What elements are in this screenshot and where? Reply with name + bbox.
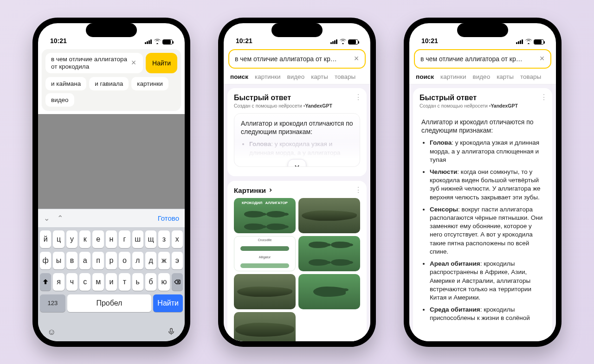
key[interactable]: в [66, 252, 77, 269]
key[interactable]: е [92, 230, 103, 248]
find-button[interactable]: Найти [146, 53, 177, 73]
key[interactable]: с [79, 273, 90, 291]
clear-icon[interactable]: × [352, 54, 361, 64]
image-result[interactable]: Crocodile Alligator [234, 236, 296, 271]
chevron-right-icon [268, 187, 273, 193]
results-content[interactable]: ⋮ Быстрый ответ Создан с помощью нейросе… [224, 84, 370, 341]
tab-video[interactable]: видео [473, 73, 491, 80]
key[interactable]: ю [158, 273, 169, 291]
key[interactable]: к [79, 230, 90, 248]
tab-video[interactable]: видео [287, 73, 305, 80]
tab-images[interactable]: картинки [255, 73, 281, 80]
key[interactable]: ф [40, 252, 51, 269]
tab-maps[interactable]: карты [311, 73, 328, 80]
key[interactable]: ш [132, 230, 143, 248]
answer-bullet: Челюсти: когда они сомкнуты, то у крокод… [430, 168, 544, 202]
key[interactable]: л [132, 252, 143, 269]
image-result[interactable] [298, 198, 360, 233]
keyboard-accessory: ⌄ ⌃ Готово [38, 209, 185, 228]
key[interactable]: я [53, 273, 64, 291]
quick-answer-card: ⋮ Быстрый ответ Создан с помощью нейросе… [413, 88, 552, 341]
key[interactable]: б [145, 273, 156, 291]
keyboard-done-button[interactable]: Готово [158, 214, 179, 222]
tab-search[interactable]: поиск [416, 73, 434, 80]
phone-keyboard-view: 10:21 в чем отличие аллигатора от крокод… [32, 18, 190, 347]
quick-answer-title: Быстрый ответ [420, 94, 546, 102]
tab-goods[interactable]: товары [335, 73, 355, 80]
more-icon[interactable]: ⋮ [355, 93, 362, 102]
key[interactable]: п [92, 252, 103, 269]
search-input[interactable]: в чем отличие аллигатора от кр… × [228, 49, 366, 69]
more-icon[interactable]: ⋮ [355, 185, 362, 194]
key[interactable]: р [106, 252, 117, 269]
more-icon[interactable]: ⋮ [540, 93, 548, 102]
image-result[interactable] [298, 236, 360, 271]
suggestion-chip[interactable]: и гавиала [89, 77, 129, 90]
key[interactable]: й [40, 230, 51, 248]
notch [457, 23, 508, 37]
key[interactable]: х [172, 230, 183, 248]
key-row-2: ф ы в а п р о л д ж э [40, 252, 183, 269]
shift-key[interactable] [40, 273, 51, 291]
key[interactable]: а [79, 252, 90, 269]
key[interactable]: т [119, 273, 130, 291]
search-query-text: в чем отличие аллигатора от кр… [420, 55, 537, 63]
svg-rect-0 [170, 328, 173, 332]
search-query-text: в чем отличие аллигатора от кр… [235, 55, 352, 63]
key[interactable]: о [119, 252, 130, 269]
suggestion-chip[interactable]: картинки [131, 77, 168, 90]
key-row-3: я ч с м и т ь б ю [40, 273, 183, 291]
images-title[interactable]: Картинки [234, 186, 360, 194]
answer-bullet: Сенсоры: вокруг пасти аллигатора распола… [430, 205, 544, 256]
space-key[interactable]: Пробел [67, 294, 152, 312]
emoji-icon[interactable]: ☺ [47, 327, 56, 337]
phone-results-expanded: 10:21 в чем отличие аллигатора от кр… × … [404, 18, 562, 347]
key[interactable]: и [106, 273, 117, 291]
image-result[interactable] [234, 274, 296, 309]
tab-maps[interactable]: карты [497, 73, 514, 80]
key[interactable]: у [66, 230, 77, 248]
key[interactable]: з [158, 230, 169, 248]
key[interactable]: н [106, 230, 117, 248]
clear-icon[interactable]: × [537, 54, 547, 64]
suggestion-chip[interactable]: видео [45, 93, 74, 107]
tab-goods[interactable]: товары [520, 73, 541, 80]
key[interactable]: ц [53, 230, 64, 248]
clear-icon[interactable]: × [129, 58, 138, 68]
battery-icon [162, 39, 173, 45]
phone-results-collapsed: 10:21 в чем отличие аллигатора от кр… × … [218, 18, 376, 347]
quick-answer-subtitle: Создан с помощью нейросети •YandexGPT [234, 103, 360, 109]
image-result[interactable] [298, 274, 360, 309]
search-input[interactable]: в чем отличие аллигатора от кр… × [414, 49, 551, 69]
quick-answer-card: ⋮ Быстрый ответ Создан с помощью нейросе… [227, 88, 367, 176]
answer-bullet: Голова: у крокодила узкая и длинная морд… [249, 140, 353, 157]
image-result[interactable]: КРОКОДИЛАЛЛИГАТОР [234, 198, 296, 233]
tab-images[interactable]: картинки [440, 73, 466, 80]
status-icons [330, 39, 358, 45]
numbers-key[interactable]: 123 [40, 294, 65, 312]
backspace-key[interactable] [172, 273, 183, 291]
key[interactable]: д [145, 252, 156, 269]
key[interactable]: м [92, 273, 103, 291]
keyboard-search-key[interactable]: Найти [153, 294, 183, 312]
results-tabs: поиск картинки видео карты товары [409, 69, 556, 84]
key[interactable]: э [172, 252, 183, 269]
answer-box: Аллигатор и крокодил отличаются по следу… [420, 113, 546, 323]
quick-answer-title: Быстрый ответ [234, 94, 360, 102]
key[interactable]: г [119, 230, 130, 248]
search-input[interactable]: в чем отличие аллигатора от крокодила × [45, 53, 143, 73]
results-content[interactable]: ⋮ Быстрый ответ Создан с помощью нейросе… [409, 84, 556, 341]
status-time: 10:21 [236, 37, 252, 45]
key[interactable]: ь [132, 273, 143, 291]
key[interactable]: ы [53, 252, 64, 269]
key[interactable]: ч [66, 273, 77, 291]
key[interactable]: ж [158, 252, 169, 269]
suggestion-chip[interactable]: и каймана [45, 77, 86, 90]
status-icons [145, 39, 173, 45]
image-result[interactable] [234, 312, 296, 341]
expand-button[interactable] [288, 159, 306, 167]
key[interactable]: щ [145, 230, 156, 248]
mic-icon[interactable] [167, 327, 175, 338]
prev-next-chevrons[interactable]: ⌄ ⌃ [44, 214, 66, 223]
tab-search[interactable]: поиск [230, 73, 248, 80]
